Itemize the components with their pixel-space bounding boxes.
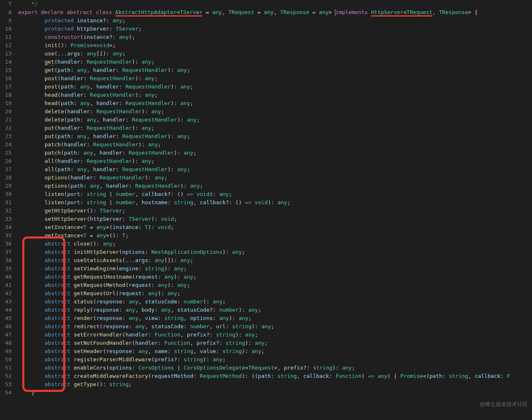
line-number: 29 bbox=[0, 182, 12, 190]
code-line[interactable]: abstract initHttpServer(options: NestApp… bbox=[18, 248, 532, 256]
code-line[interactable]: abstract getRequestUrl(request: any): an… bbox=[18, 289, 532, 298]
line-number: 24 bbox=[0, 141, 12, 149]
line-number: 50 bbox=[0, 356, 12, 364]
line-number: 41 bbox=[0, 281, 12, 289]
code-line[interactable]: constructor(instance?: any); bbox=[18, 33, 532, 41]
code-line[interactable]: abstract getType(): string; bbox=[18, 380, 532, 389]
line-number: 21 bbox=[0, 116, 12, 124]
code-line[interactable]: options(handler: RequestHandler): any; bbox=[18, 174, 532, 182]
code-line[interactable]: abstract setErrorHandler(handler: Functi… bbox=[18, 331, 532, 339]
line-number: 20 bbox=[0, 107, 12, 116]
code-line[interactable]: protected httpServer: TServer; bbox=[18, 25, 532, 33]
code-line[interactable]: abstract status(response: any, statusCod… bbox=[18, 298, 532, 306]
line-number: 23 bbox=[0, 132, 12, 141]
line-number: 37 bbox=[0, 248, 12, 256]
code-line[interactable]: abstract registerParserMiddleware(prefix… bbox=[18, 356, 532, 364]
code-line[interactable]: abstract useStaticAssets(...args: any[])… bbox=[18, 256, 532, 265]
line-number: 46 bbox=[0, 322, 12, 331]
line-number: 42 bbox=[0, 289, 12, 298]
line-number: 9 bbox=[0, 17, 12, 25]
line-number: 34 bbox=[0, 223, 12, 231]
code-area[interactable]: */export declare abstract class Abstract… bbox=[17, 0, 532, 420]
line-number: 47 bbox=[0, 331, 12, 339]
line-number: 45 bbox=[0, 314, 12, 322]
code-line[interactable]: delete(handler: RequestHandler): any; bbox=[18, 107, 532, 116]
code-line[interactable]: abstract createMiddlewareFactory(request… bbox=[18, 372, 532, 380]
code-line[interactable]: head(path: any, handler: RequestHandler)… bbox=[18, 99, 532, 107]
code-line[interactable]: protected instance?: any; bbox=[18, 17, 532, 25]
code-line[interactable]: options(path: any, handler: RequestHandl… bbox=[18, 182, 532, 190]
code-line[interactable]: setInstance<T = any>(instance: T): void; bbox=[18, 223, 532, 231]
line-number: 26 bbox=[0, 157, 12, 165]
code-editor[interactable]: 7891011121314151617181920212223242526272… bbox=[0, 0, 532, 420]
line-number: 44 bbox=[0, 306, 12, 314]
code-line[interactable]: listen(port: string | number, hostname: … bbox=[18, 198, 532, 207]
code-line[interactable]: abstract redirect(response: any, statusC… bbox=[18, 322, 532, 331]
line-number: 49 bbox=[0, 347, 12, 356]
code-line[interactable]: delete(path: any, handler: RequestHandle… bbox=[18, 116, 532, 124]
line-number: 43 bbox=[0, 298, 12, 306]
code-line[interactable]: export declare abstract class AbstractHt… bbox=[18, 8, 532, 17]
code-line[interactable]: */ bbox=[18, 0, 532, 8]
line-number: 38 bbox=[0, 256, 12, 265]
code-line[interactable]: abstract setViewEngine(engine: string): … bbox=[18, 265, 532, 273]
code-line[interactable]: setHttpServer(httpServer: TServer): void… bbox=[18, 215, 532, 223]
line-number: 36 bbox=[0, 240, 12, 248]
code-line[interactable]: init(): Promise<void>; bbox=[18, 41, 532, 50]
line-number: 7 bbox=[0, 0, 12, 8]
line-number: 25 bbox=[0, 149, 12, 157]
code-line[interactable]: get(handler: RequestHandler): any; bbox=[18, 58, 532, 66]
line-number: 12 bbox=[0, 41, 12, 50]
line-number: 28 bbox=[0, 174, 12, 182]
line-number: 30 bbox=[0, 190, 12, 198]
line-number: 31 bbox=[0, 198, 12, 207]
code-line[interactable]: patch(handler: RequestHandler): any; bbox=[18, 141, 532, 149]
code-line[interactable]: abstract close(): any; bbox=[18, 240, 532, 248]
code-line[interactable]: abstract getRequestHostname(request: any… bbox=[18, 273, 532, 281]
code-line[interactable]: } bbox=[18, 389, 532, 397]
line-number: 10 bbox=[0, 25, 12, 33]
code-line[interactable]: all(handler: RequestHandler): any; bbox=[18, 157, 532, 165]
line-number: 14 bbox=[0, 58, 12, 66]
code-line[interactable]: abstract reply(response: any, body: any,… bbox=[18, 306, 532, 314]
code-line[interactable]: post(handler: RequestHandler): any; bbox=[18, 74, 532, 83]
code-line[interactable]: patch(path: any, handler: RequestHandler… bbox=[18, 149, 532, 157]
line-number: 15 bbox=[0, 66, 12, 74]
line-number: 48 bbox=[0, 339, 12, 347]
code-line[interactable]: getHttpServer(): TServer; bbox=[18, 207, 532, 215]
code-line[interactable]: abstract enableCors(options: CorsOptions… bbox=[18, 364, 532, 372]
line-number: 32 bbox=[0, 207, 12, 215]
line-number: 19 bbox=[0, 99, 12, 107]
line-number: 52 bbox=[0, 372, 12, 380]
line-number: 22 bbox=[0, 124, 12, 132]
line-number: 33 bbox=[0, 215, 12, 223]
code-line[interactable]: abstract setHeader(response: any, name: … bbox=[18, 347, 532, 356]
code-line[interactable]: post(path: any, handler: RequestHandler)… bbox=[18, 83, 532, 91]
line-number: 18 bbox=[0, 91, 12, 99]
line-number: 16 bbox=[0, 74, 12, 83]
code-line[interactable]: abstract getRequestMethod(request: any):… bbox=[18, 281, 532, 289]
watermark-text: @稀土掘金技术社区 bbox=[480, 400, 528, 408]
line-number: 13 bbox=[0, 50, 12, 58]
line-number: 27 bbox=[0, 165, 12, 174]
line-number: 53 bbox=[0, 380, 12, 389]
line-number-gutter: 7891011121314151617181920212223242526272… bbox=[0, 0, 17, 420]
code-line[interactable]: head(handler: RequestHandler): any; bbox=[18, 91, 532, 99]
code-line[interactable]: get(path: any, handler: RequestHandler):… bbox=[18, 66, 532, 74]
code-line[interactable]: all(path: any, handler: RequestHandler):… bbox=[18, 165, 532, 174]
line-number: 11 bbox=[0, 33, 12, 41]
line-number: 17 bbox=[0, 83, 12, 91]
code-line[interactable]: use(...args: any[]): any; bbox=[18, 50, 532, 58]
code-line[interactable]: put(handler: RequestHandler): any; bbox=[18, 124, 532, 132]
line-number: 51 bbox=[0, 364, 12, 372]
line-number: 35 bbox=[0, 231, 12, 240]
line-number: 54 bbox=[0, 389, 12, 397]
line-number: 8 bbox=[0, 8, 12, 17]
code-line[interactable]: abstract setNotFoundHandler(handler: Fun… bbox=[18, 339, 532, 347]
code-line[interactable]: getInstance<T = any>(): T; bbox=[18, 231, 532, 240]
code-line[interactable]: put(path: any, handler: RequestHandler):… bbox=[18, 132, 532, 141]
line-number: 39 bbox=[0, 265, 12, 273]
code-line[interactable]: listen(port: string | number, callback?:… bbox=[18, 190, 532, 198]
line-number: 40 bbox=[0, 273, 12, 281]
code-line[interactable]: abstract render(response: any, view: str… bbox=[18, 314, 532, 322]
